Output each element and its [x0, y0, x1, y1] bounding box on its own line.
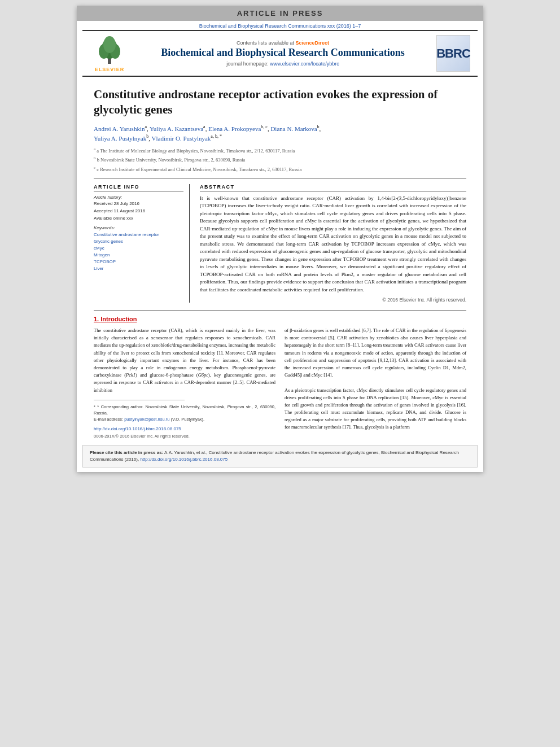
- affiliations: a a The Institute of Molecular Biology a…: [94, 146, 466, 173]
- article-page: ARTICLE IN PRESS Biochemical and Biophys…: [77, 6, 483, 472]
- author-pustylnyak-v: Vladimir O. Pustylnyak: [152, 134, 211, 141]
- journal-title-block: Contents lists available at ScienceDirec…: [132, 40, 434, 67]
- journal-ref-text: Biochemical and Biophysical Research Com…: [199, 23, 361, 29]
- intro-text-left: The constitutive androstane receptor (CA…: [94, 327, 275, 394]
- intro-number: 1.: [94, 316, 100, 322]
- bbrc-text: BBRC: [436, 46, 470, 61]
- sciencedirect-line: Contents lists available at ScienceDirec…: [137, 40, 429, 46]
- introduction-columns: The constitutive androstane receptor (CA…: [94, 327, 466, 439]
- article-info-column: ARTICLE INFO Article history: Received 2…: [94, 184, 190, 303]
- affil-b: b b Novosibirsk State University, Novosi…: [94, 155, 466, 164]
- author-prokopyeva: Elena A. Prokopyeva: [208, 125, 261, 132]
- intro-col-right: of β-oxidation genes is well established…: [285, 327, 466, 439]
- intro-text-right-p2: As a pleiotropic transcription factor, c…: [285, 387, 466, 431]
- doi-line: http://dx.doi.org/10.1016/j.bbrc.2016.08…: [94, 426, 275, 433]
- journal-header: ELSEVIER Contents lists available at Sci…: [82, 30, 478, 77]
- intro-heading: 1. Introduction: [94, 316, 466, 322]
- keywords-label: Keywords:: [94, 225, 183, 230]
- history-label: Article history:: [94, 195, 183, 200]
- abstract-heading: ABSTRACT: [200, 184, 466, 191]
- article-title: Constitutive androstane receptor activat…: [94, 87, 466, 118]
- sciencedirect-link[interactable]: ScienceDirect: [296, 40, 330, 46]
- intro-col-left: The constitutive androstane receptor (CA…: [94, 327, 275, 439]
- journal-homepage-line: journal homepage: www.elsevier.com/locat…: [137, 61, 429, 67]
- article-in-press-banner: ARTICLE IN PRESS: [77, 6, 483, 21]
- keyword-glycolic: Glycolic genes: [94, 238, 183, 245]
- intro-section-divider: [94, 311, 466, 311]
- homepage-url[interactable]: www.elsevier.com/locate/ybbrc: [270, 61, 339, 67]
- author-pustylnyak-y: Yuliya A. Pustylnyak: [94, 134, 146, 141]
- keyword-tcpobop: TCPOBOP: [94, 259, 183, 265]
- affil-a: a a The Institute of Molecular Biology a…: [94, 146, 466, 155]
- doi-url[interactable]: http://dx.doi.org/10.1016/j.bbrc.2016.08…: [94, 426, 181, 431]
- author-yarushkin: Andrei A. Yarushkin: [94, 125, 145, 132]
- sciencedirect-label: Contents lists available at: [237, 40, 294, 46]
- author-markova: Diana N. Markova: [270, 125, 317, 132]
- bbrc-box: BBRC: [436, 35, 470, 72]
- main-content: Constitutive androstane receptor activat…: [77, 87, 483, 439]
- article-info-heading: ARTICLE INFO: [94, 184, 183, 191]
- journal-main-title: Biochemical and Biophysical Research Com…: [137, 47, 429, 59]
- journal-ref-line: Biochemical and Biophysical Research Com…: [77, 21, 483, 30]
- abstract-column: ABSTRACT It is well-known that constitut…: [200, 184, 466, 303]
- author-kazantseva: Yuliya A. Kazantseva: [150, 125, 203, 132]
- authors-line: Andrei A. Yarushkina, Yuliya A. Kazantse…: [94, 124, 466, 143]
- citation-bar: Please cite this article in press as: A.…: [82, 445, 478, 468]
- intro-text-right-p1: of β-oxidation genes is well established…: [285, 327, 466, 379]
- footnote-corresponding: * * Corresponding author. Novosibirsk St…: [94, 404, 275, 417]
- elsevier-logo: ELSEVIER: [87, 34, 132, 72]
- svg-point-4: [103, 36, 116, 53]
- received-date: Received 28 July 2016: [94, 201, 183, 206]
- keyword-mitogen: Mitogen: [94, 252, 183, 259]
- keyword-cmyc: cMyc: [94, 245, 183, 252]
- banner-text: ARTICLE IN PRESS: [237, 9, 323, 18]
- footnote-email-link[interactable]: pustylnyak@post.nsu.ru: [124, 417, 169, 422]
- keyword-liver: Liver: [94, 265, 183, 272]
- affil-c: c c Research Institute of Experimental a…: [94, 165, 466, 173]
- elsevier-tree-icon: [93, 34, 126, 65]
- elsevier-label: ELSEVIER: [95, 67, 125, 72]
- bbrc-logo: BBRC: [434, 35, 473, 72]
- footnote-divider: [94, 400, 185, 400]
- keyword-car: Constitutive androstane receptor: [94, 231, 183, 238]
- footnote-email: E-mail address: pustylnyak@post.nsu.ru (…: [94, 416, 275, 422]
- citation-doi-link[interactable]: http://dx.doi.org/10.1016/j.bbrc.2016.08…: [140, 457, 228, 462]
- homepage-label: journal homepage:: [226, 61, 269, 67]
- intro-title: Introduction: [100, 316, 137, 322]
- accepted-date: Accepted 11 August 2016: [94, 208, 183, 213]
- copyright-line: © 2016 Elsevier Inc. All rights reserved…: [200, 297, 466, 303]
- rights-line: 0006-291X/© 2016 Elsevier Inc. All right…: [94, 433, 275, 440]
- article-info-abstract-section: ARTICLE INFO Article history: Received 2…: [94, 178, 466, 303]
- abstract-text: It is well-known that constitutive andro…: [200, 195, 466, 294]
- available-online: Available online xxx: [94, 216, 183, 221]
